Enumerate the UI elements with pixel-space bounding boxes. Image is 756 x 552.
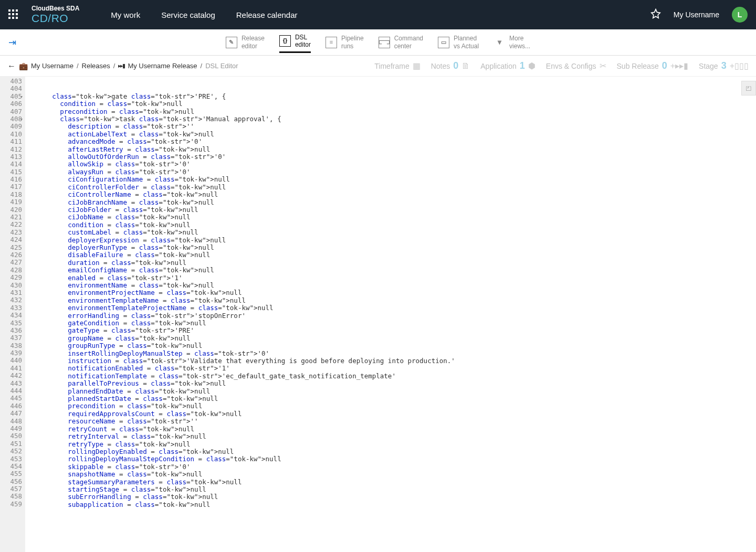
note-icon: 🗎 xyxy=(461,61,470,71)
username-label[interactable]: My Username xyxy=(674,10,719,19)
view-more[interactable]: ▾ Moreviews... xyxy=(494,31,530,54)
breadcrumb-right: Timeframe ▦ Notes 0 🗎 Application 1 ⬢ En… xyxy=(374,60,749,71)
avatar[interactable]: L xyxy=(732,7,748,23)
nav-release-calendar[interactable]: Release calendar xyxy=(236,10,298,19)
crumb-current: DSL Editor xyxy=(205,62,238,70)
braces-icon: {} xyxy=(279,35,291,47)
add-flow-icon: +▸▸▮ xyxy=(670,61,688,71)
apps-menu-icon[interactable] xyxy=(8,9,19,20)
view-planned-vs-actual[interactable]: ▭ Plannedvs Actual xyxy=(438,31,479,54)
views-list: ✎ Releaseeditor {} DSLeditor ≡ Pipeliner… xyxy=(226,31,530,54)
crumb-releases[interactable]: Releases xyxy=(82,62,110,70)
crumb-release-name[interactable]: My Username Release xyxy=(128,62,197,70)
nav-service-catalog[interactable]: Service catalog xyxy=(161,10,215,19)
code-editor[interactable]: ⏍ 40340440540640740840941041141241341441… xyxy=(0,77,756,552)
views-bar: ⇥ ✎ Releaseeditor {} DSLeditor ≡ Pipelin… xyxy=(0,29,756,56)
crumb-user[interactable]: My Username xyxy=(31,62,74,70)
brand-top: CloudBees SDA xyxy=(32,5,79,12)
view-dsl-editor[interactable]: {} DSLeditor xyxy=(279,31,311,54)
chevron-down-icon: ▾ xyxy=(494,37,505,48)
compare-icon: ▭ xyxy=(438,37,449,48)
list-icon: ≡ xyxy=(326,37,337,48)
briefcase-icon: 💼 xyxy=(19,62,28,70)
tools-icon: ✂ xyxy=(600,61,606,71)
calendar-icon: ▦ xyxy=(413,61,421,71)
top-right: My Username L xyxy=(650,7,748,23)
envs-configs-button[interactable]: Envs & Configs ✂ xyxy=(546,61,606,71)
line-gutter: 4034044054064074084094104114124134144154… xyxy=(0,77,25,552)
nav-my-work[interactable]: My work xyxy=(111,10,140,19)
chart-icon: ⫍⫎ xyxy=(379,37,390,48)
flow-icon: ▸▸▮ xyxy=(118,62,124,69)
brand-bottom: CD/RO xyxy=(32,12,79,24)
code-content[interactable]: class="tok-kw">gate class="tok-str">'PRE… xyxy=(25,77,756,552)
side-panel-toggle[interactable]: ⏍ xyxy=(741,81,756,95)
sub-release-button[interactable]: Sub Release 0 +▸▸▮ xyxy=(617,60,689,71)
brand-logo[interactable]: CloudBees SDA CD/RO xyxy=(32,5,79,24)
view-command-center[interactable]: ⫍⫎ Commandcenter xyxy=(379,31,423,54)
timeframe-button[interactable]: Timeframe ▦ xyxy=(374,61,420,71)
back-icon[interactable]: ← xyxy=(7,61,16,71)
view-release-editor[interactable]: ✎ Releaseeditor xyxy=(226,31,265,54)
notes-button[interactable]: Notes 0 🗎 xyxy=(431,60,470,71)
top-bar: CloudBees SDA CD/RO My work Service cata… xyxy=(0,0,756,29)
top-nav: My work Service catalog Release calendar xyxy=(111,10,297,19)
collapse-sidebar-icon[interactable]: ⇥ xyxy=(8,37,16,48)
stage-button[interactable]: Stage 3 +▯▯▯ xyxy=(699,60,749,71)
pencil-icon: ✎ xyxy=(226,37,237,48)
breadcrumb-bar: ← 💼 My Username / Releases / ▸▸▮ My User… xyxy=(0,56,756,77)
star-icon[interactable] xyxy=(650,8,661,21)
view-pipeline-runs[interactable]: ≡ Pipelineruns xyxy=(326,31,364,54)
app-icon: ⬢ xyxy=(528,61,536,71)
application-button[interactable]: Application 1 ⬢ xyxy=(480,60,536,71)
add-stage-icon: +▯▯▯ xyxy=(730,61,749,71)
